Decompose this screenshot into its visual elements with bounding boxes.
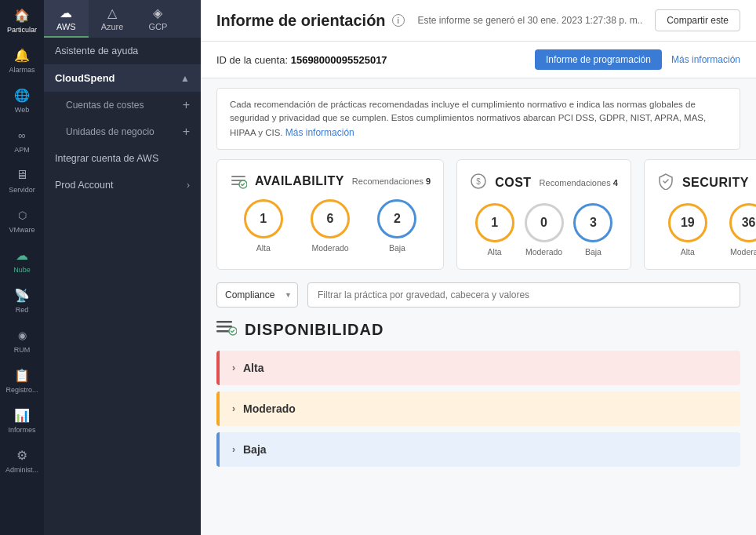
metric-security-header: SECURITY Recomendaciones 59 [657, 173, 756, 194]
availability-alta: 1 Alta [244, 199, 283, 253]
svg-rect-6 [216, 321, 232, 323]
section-title: DISPONIBILIDAD [245, 321, 383, 339]
metric-card-security: SECURITY Recomendaciones 59 19 Alta 36 [644, 159, 756, 270]
sidebar-section: Asistente de ayuda CloudSpend ▲ Cuentas … [44, 38, 201, 198]
share-button[interactable]: Compartir este [655, 9, 740, 31]
main-header: Informe de orientación i Este informe se… [201, 0, 756, 42]
nav-item-red[interactable]: 📡 Red [0, 280, 44, 320]
cloud-tabs-header: ☁ AWS △ Azure ◈ GCP [44, 0, 201, 38]
cloudspend-chevron: ▲ [180, 73, 190, 84]
tab-aws[interactable]: ☁ AWS [44, 0, 89, 38]
main-content: Informe de orientación i Este informe se… [201, 0, 756, 535]
nav-item-vmware[interactable]: ⬡ VMware [0, 200, 44, 240]
sidebar-item-cloudspend[interactable]: CloudSpend ▲ [44, 64, 201, 92]
servidor-icon: 🖥 [13, 166, 31, 184]
nav-item-particular[interactable]: 🏠 Particular [0, 0, 44, 40]
page-title: Informe de orientación [216, 12, 386, 30]
nav-item-registro[interactable]: 📋 Registro... [0, 360, 44, 400]
generated-text: Este informe se generó el 30 ene. 2023 1… [417, 15, 642, 26]
row-baja[interactable]: › Baja [216, 432, 740, 467]
security-moderado: 36 Moderado [729, 203, 756, 257]
account-bar: ID de la cuenta: 15698000095525017 Infor… [201, 42, 756, 78]
row-alta[interactable]: › Alta [216, 351, 740, 385]
availability-baja: 2 Baja [377, 199, 416, 253]
sidebar-item-unidades[interactable]: Unidades de negocio + [44, 118, 201, 145]
tab-gcp[interactable]: ◈ GCP [136, 0, 180, 38]
nav-item-servidor[interactable]: 🖥 Servidor [0, 160, 44, 200]
disponibilidad-icon [216, 320, 237, 340]
availability-title: AVAILABILITY [255, 174, 344, 188]
baja-chevron-icon: › [232, 444, 235, 455]
informes-icon: 📊 [13, 406, 31, 424]
info-banner: Cada recomendación de prácticas recomend… [216, 88, 740, 150]
metric-availability-header: AVAILABILITY Recomendaciones 9 [230, 173, 431, 190]
nav-item-informes[interactable]: 📊 Informes [0, 400, 44, 440]
sidebar-item-cuentas[interactable]: Cuentas de costes + [44, 92, 201, 118]
nav-item-alarmas[interactable]: 🔔 Alarmas [0, 40, 44, 80]
availability-circles: 1 Alta 6 Moderado 2 Baja [230, 199, 431, 253]
sidebar-item-integrar[interactable]: Integrar cuenta de AWS [44, 145, 201, 172]
filter-search-input[interactable] [307, 282, 740, 308]
cost-baja: 3 Baja [573, 203, 612, 257]
baja-label: Baja [243, 443, 267, 456]
alta-chevron-icon: › [232, 362, 235, 373]
nav-item-rum[interactable]: ◉ RUM [0, 320, 44, 360]
security-alta-ring: 19 [668, 203, 707, 242]
cost-circles: 1 Alta 0 Moderado 3 Baja [470, 203, 618, 257]
red-icon: 📡 [13, 286, 31, 304]
availability-moderado: 6 Moderado [311, 199, 350, 253]
availability-moderado-ring: 6 [311, 199, 350, 238]
banner-more-info-link[interactable]: Más información [285, 127, 354, 138]
availability-alta-ring: 1 [244, 199, 283, 238]
vmware-icon: ⬡ [13, 206, 31, 224]
cost-recomendaciones: Recomendaciones 4 [540, 178, 618, 187]
filter-select-wrapper: Compliance [216, 282, 298, 308]
cost-alta-ring: 1 [475, 203, 514, 242]
security-circles: 19 Alta 36 Moderado 4 Baja [657, 203, 756, 257]
availability-icon [230, 173, 247, 190]
prod-chevron-icon: › [187, 180, 190, 191]
metric-cost-header: $ COST Recomendaciones 4 [470, 173, 618, 194]
web-icon: 🌐 [13, 86, 31, 104]
moderado-label: Moderado [243, 402, 296, 415]
svg-rect-0 [231, 176, 245, 177]
metrics-row: AVAILABILITY Recomendaciones 9 1 Alta 6 [201, 159, 756, 282]
apm-icon: ∞ [13, 126, 31, 144]
aws-icon: ☁ [60, 5, 72, 20]
nube-icon: ☁ [13, 246, 31, 264]
row-moderado[interactable]: › Moderado [216, 391, 740, 426]
security-title: SECURITY [682, 176, 749, 190]
icon-nav: 🏠 Particular 🔔 Alarmas 🌐 Web ∞ APM 🖥 Ser… [0, 0, 44, 535]
sidebar-item-asistente[interactable]: Asistente de ayuda [44, 38, 201, 64]
registro-icon: 📋 [13, 366, 31, 384]
metric-card-cost: $ COST Recomendaciones 4 1 Alta [456, 159, 631, 270]
metric-card-availability: AVAILABILITY Recomendaciones 9 1 Alta 6 [216, 159, 444, 270]
sidebar: ☁ AWS △ Azure ◈ GCP Asistente de ayuda C… [44, 0, 201, 535]
particular-icon: 🏠 [13, 6, 31, 24]
availability-recomendaciones: Recomendaciones 9 [352, 177, 431, 186]
cost-count: 4 [613, 178, 618, 187]
cost-alta: 1 Alta [475, 203, 514, 257]
compliance-select[interactable]: Compliance [216, 282, 298, 308]
svg-text:$: $ [476, 177, 481, 186]
nav-item-apm[interactable]: ∞ APM [0, 120, 44, 160]
svg-rect-7 [216, 326, 232, 328]
moderado-chevron-icon: › [232, 403, 235, 414]
azure-icon: △ [107, 5, 117, 20]
alarmas-icon: 🔔 [13, 46, 31, 64]
more-info-link[interactable]: Más información [671, 54, 740, 65]
programming-report-button[interactable]: Informe de programación [535, 49, 662, 70]
account-id-value: 15698000095525017 [291, 54, 387, 66]
filter-bar: Compliance [201, 282, 756, 320]
cost-icon: $ [470, 173, 487, 194]
cost-title: COST [495, 176, 531, 190]
title-info-icon[interactable]: i [392, 14, 405, 27]
nav-item-administ[interactable]: ⚙ Administ... [0, 440, 44, 480]
tab-azure[interactable]: △ Azure [89, 0, 136, 38]
nav-item-web[interactable]: 🌐 Web [0, 80, 44, 120]
alta-label: Alta [243, 362, 264, 374]
nav-item-nube[interactable]: ☁ Nube [0, 240, 44, 280]
gcp-icon: ◈ [153, 5, 162, 20]
account-bar-right: Informe de programación Más información [535, 49, 740, 70]
sidebar-item-prod[interactable]: Prod Account › [44, 172, 201, 198]
